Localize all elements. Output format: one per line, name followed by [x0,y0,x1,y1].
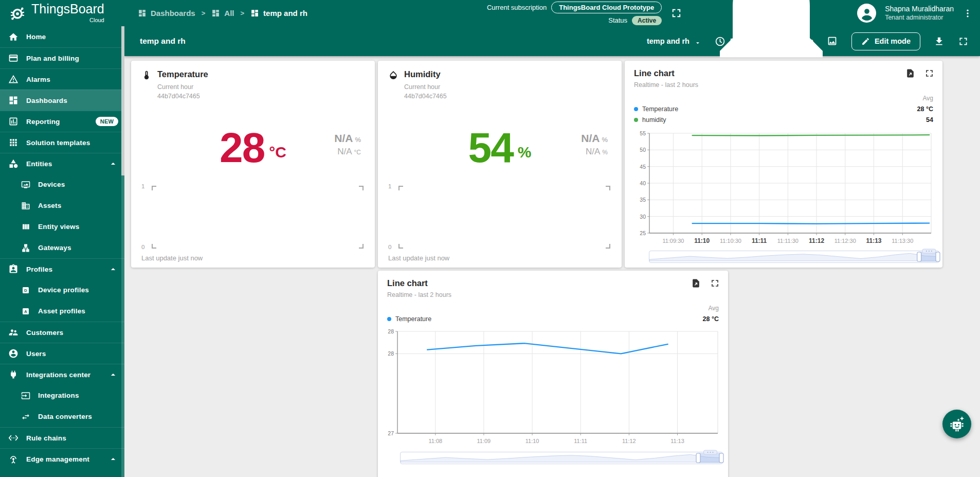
sidebar-scroll-thumb[interactable] [121,26,124,175]
svg-text:A: A [24,309,27,314]
sidebar-item-device-profiles[interactable]: DDevice profiles [0,279,124,301]
svg-text:40: 40 [640,180,646,186]
sidebar-item-devices[interactable]: Devices [0,174,124,195]
time-zoom-slider[interactable] [400,452,723,464]
legend-item-temperature[interactable]: Temperature28 °C [387,313,719,324]
legend-dot [634,118,638,122]
warning-icon [8,74,19,84]
humidity-value: 54 [468,124,513,171]
status-badge: Active [632,16,662,25]
sidebar-item-label: Integrations center [26,371,90,379]
time-zoom-slider[interactable] [649,251,939,263]
spark-axis-max: 1 [388,183,391,189]
svg-text:11:10: 11:10 [525,438,539,444]
thermometer-icon [141,70,152,80]
sidebar-item-label: Edge management [26,455,89,463]
sidebar-item-label: Asset profiles [38,307,85,315]
sidebar-item-label: Alarms [26,76,50,83]
device-id: 44b7d04c7465 [157,93,208,100]
svg-text:11:11: 11:11 [574,438,587,444]
svg-text:11:12:30: 11:12:30 [834,238,856,244]
sidebar-item-asset-profiles[interactable]: AAsset profiles [0,301,124,322]
breadcrumb-item-temp-and-rh[interactable]: temp and rh [250,9,307,17]
integrations-icon [21,391,30,400]
person-icon [859,5,875,22]
sidebar-item-profiles[interactable]: Profiles [0,258,124,279]
subscription-label: Current subscription [487,4,547,11]
widget-fullscreen-icon[interactable] [710,278,720,288]
chart-legend: Avg Temperature28 °Chumidity54 [625,95,942,125]
sidebar: HomePlan and billingAlarmsDashboardsRepo… [0,26,124,477]
legend-item-temperature[interactable]: Temperature28 °C [634,103,933,114]
dashboards-icon [211,9,220,17]
legend-item-humidity[interactable]: humidity54 [634,114,933,125]
sidebar-item-gateways[interactable]: Gateways [0,237,124,258]
sidebar-item-data-converters[interactable]: Data converters [0,406,124,427]
breadcrumb-item-all[interactable]: All [211,9,234,17]
sidebar-item-integrations-center[interactable]: Integrations center [0,364,124,385]
user-role: Tenant administrator [885,13,954,22]
secondary-value-2: N/A [337,147,352,156]
sidebar-item-label: Home [26,33,46,41]
thingsboard-logo[interactable]: ThingsBoard Cloud [0,2,119,25]
avatar[interactable] [857,4,876,23]
sidebar-item-customers[interactable]: Customers [0,322,124,343]
sidebar-item-integrations[interactable]: Integrations [0,385,124,406]
sidebar-item-assets[interactable]: Assets [0,195,124,216]
more-menu-icon[interactable] [963,8,973,19]
svg-text:11:11: 11:11 [752,237,767,244]
legend-header: Avg [634,95,933,103]
logo-subtitle: Cloud [31,17,104,23]
last-update-label: Last update just now [141,254,203,262]
sidebar-item-edge-management[interactable]: Edge management [0,448,124,469]
sidebar-item-dashboards[interactable]: Dashboards [0,90,124,111]
line-chart-widget-1: Line chart Realtime - last 2 hours Avg T… [625,61,942,268]
secondary-value-1: N/A [581,132,600,144]
sidebar-item-label: Entity views [38,223,79,231]
legend-dot [634,107,638,111]
widget-title: Temperature [157,69,208,79]
sidebar-item-home[interactable]: Home [0,26,124,47]
sidebar-item-solution-templates[interactable]: Solution templates [0,132,124,153]
customers-icon [8,327,19,338]
chevron-up-icon [108,454,118,464]
sparkline-area: 1 0 [388,183,610,250]
sidebar-item-reporting[interactable]: ReportingNEW [0,111,124,132]
chevron-up-icon [108,158,118,169]
fullscreen-icon[interactable] [670,7,682,19]
subscription-chip[interactable]: ThingsBoard Cloud Prototype [551,2,662,13]
entities-icon [8,158,19,169]
breadcrumb-item-dashboards[interactable]: Dashboards [138,9,195,17]
sidebar-item-label: Integrations [38,392,79,399]
sidebar-scrollbar[interactable] [121,26,124,477]
svg-text:11:13: 11:13 [866,237,881,244]
svg-text:28: 28 [388,350,394,357]
spark-axis-min: 0 [388,244,391,250]
apps-grid-icon [8,137,19,148]
svg-text:D: D [24,288,27,293]
data-converters-icon [21,412,30,421]
sidebar-item-entities[interactable]: Entities [0,153,124,174]
sidebar-item-label: Entities [26,160,52,168]
dashboards-icon [250,9,259,17]
credit-card-icon [8,53,19,63]
svg-text:11:08: 11:08 [428,438,442,444]
breadcrumb: Dashboards>All>temp and rh [138,9,307,17]
notifications-button[interactable]: 4 [694,0,848,92]
svg-text:11:11:30: 11:11:30 [777,238,798,244]
temperature-unit: °C [269,144,286,161]
sidebar-item-instances[interactable]: Instances [0,469,124,477]
sidebar-item-entity-views[interactable]: Entity views [0,216,124,237]
legend-dot [387,317,391,321]
thingsboard-logo-icon [8,2,27,25]
devices-icon [21,180,30,189]
svg-text:11:13:30: 11:13:30 [892,238,913,244]
robot-icon [948,415,966,433]
ai-assistant-button[interactable] [942,410,971,438]
sidebar-item-alarms[interactable]: Alarms [0,68,124,90]
sidebar-item-users[interactable]: Users [0,343,124,364]
export-widget-icon[interactable] [691,278,701,288]
sidebar-item-label: Reporting [26,118,60,126]
sidebar-item-rule-chains[interactable]: Rule chains [0,427,124,448]
sidebar-item-plan-and-billing[interactable]: Plan and billing [0,47,124,68]
